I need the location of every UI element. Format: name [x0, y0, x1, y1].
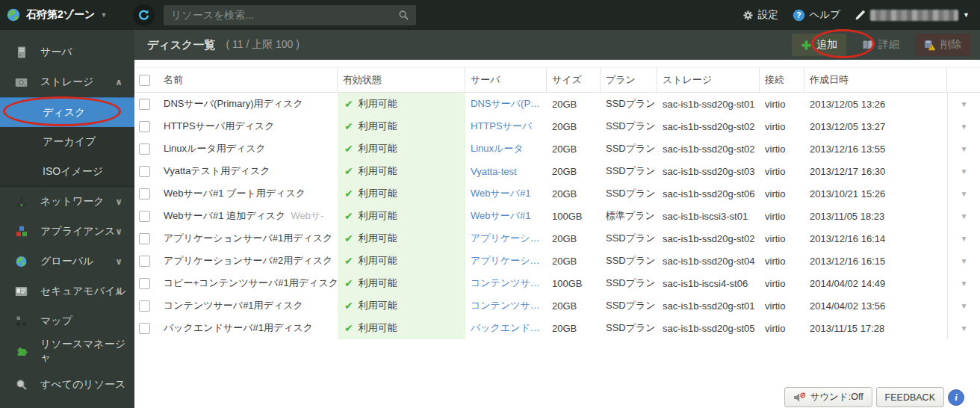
- search-input[interactable]: [164, 9, 398, 21]
- row-checkbox[interactable]: [139, 233, 150, 244]
- check-icon: ✔: [344, 232, 353, 244]
- row-menu-caret-icon[interactable]: ▼: [961, 324, 968, 333]
- row-menu-caret-icon[interactable]: ▼: [961, 123, 968, 131]
- size-cell: 20GB: [547, 93, 601, 115]
- server-link[interactable]: HTTPSサーバ: [471, 120, 532, 133]
- row-menu-caret-icon[interactable]: ▼: [961, 235, 968, 243]
- account-name-redacted: [870, 10, 958, 21]
- settings-button[interactable]: 設定: [742, 8, 778, 22]
- sidebar-item-allresources[interactable]: すべてのリソース: [0, 370, 134, 400]
- col-storage[interactable]: ストレージ: [657, 68, 760, 92]
- server-link[interactable]: アプリケーシ…: [471, 254, 540, 268]
- help-button[interactable]: ? ヘルプ: [793, 8, 840, 22]
- row-checkbox[interactable]: [139, 278, 150, 289]
- col-menu: [947, 68, 980, 92]
- row-checkbox[interactable]: [139, 99, 150, 110]
- table-row[interactable]: バックエンドサーバ#1用ディスク ✔ 利用可能 バックエンド… 20GB SSD…: [134, 317, 980, 339]
- sound-toggle-button[interactable]: サウンド:Off: [784, 387, 872, 407]
- refresh-button[interactable]: [133, 4, 155, 26]
- sidebar-item-server[interactable]: サーバ: [0, 37, 134, 67]
- col-name[interactable]: 名前: [158, 68, 338, 92]
- select-all-checkbox[interactable]: [139, 75, 150, 86]
- col-created[interactable]: 作成日時: [804, 68, 947, 92]
- table-row[interactable]: アプリケーションサーバ#2用ディスク ✔ 利用可能 アプリケーシ… 20GB S…: [134, 250, 980, 272]
- col-plan[interactable]: プラン: [601, 68, 657, 92]
- col-size[interactable]: サイズ: [547, 68, 601, 92]
- row-menu-caret-icon[interactable]: ▼: [961, 257, 968, 265]
- sidebar-item-securemobile[interactable]: セキュアモバイル ∨: [0, 276, 134, 306]
- server-link[interactable]: コンテンツサ…: [471, 299, 540, 312]
- sidebar-item-disk[interactable]: ディスク: [0, 97, 134, 127]
- table-row[interactable]: Vyattaテスト用ディスク ✔ 利用可能 Vyatta-test 20GB S…: [134, 160, 980, 182]
- globe-icon: [15, 256, 28, 268]
- chevron-down-icon: ∨: [115, 256, 122, 267]
- row-menu-caret-icon[interactable]: ▼: [961, 302, 968, 310]
- detail-button[interactable]: 詳細: [853, 34, 908, 56]
- appliance-icon: [15, 226, 28, 238]
- row-checkbox[interactable]: [139, 143, 150, 155]
- server-link[interactable]: Webサーバ#1: [471, 209, 531, 223]
- server-link[interactable]: アプリケーシ…: [471, 232, 540, 245]
- status-cell: ✔ 利用可能: [338, 250, 465, 272]
- check-icon: ✔: [344, 120, 353, 132]
- search-icon[interactable]: [398, 10, 409, 21]
- connection-cell: virtio: [760, 182, 804, 205]
- resourcemanager-icon: [15, 345, 28, 358]
- delete-button[interactable]: 削除: [915, 34, 970, 56]
- storage-cell: sac-is1b-ssd20g-st04: [657, 250, 760, 272]
- sidebar-item-appliance[interactable]: アプライアンス ∨: [0, 217, 134, 247]
- add-button[interactable]: 追加: [792, 34, 846, 56]
- sidebar-item-global[interactable]: グローバル ∨: [0, 247, 134, 276]
- row-checkbox[interactable]: [139, 256, 150, 267]
- row-menu-caret-icon[interactable]: ▼: [961, 212, 968, 220]
- col-status[interactable]: 有効状態: [338, 68, 465, 92]
- sidebar-item-label: マップ: [40, 315, 72, 328]
- speaker-muted-icon: [793, 392, 806, 403]
- row-menu-caret-icon[interactable]: ▼: [961, 190, 968, 198]
- server-link[interactable]: DNSサーバ(P…: [471, 97, 540, 111]
- row-menu-caret-icon[interactable]: ▼: [961, 279, 968, 288]
- account-menu[interactable]: ▼: [855, 10, 970, 21]
- table-row[interactable]: HTTPSサーバ用ディスク ✔ 利用可能 HTTPSサーバ 20GB SSDプラ…: [134, 115, 980, 137]
- sidebar-item-storage[interactable]: ストレージ ∧: [0, 67, 134, 97]
- zone-selector[interactable]: 石狩第2ゾーン ▼: [0, 7, 133, 22]
- row-menu-caret-icon[interactable]: ▼: [961, 167, 968, 176]
- sidebar-item-map[interactable]: マップ: [0, 306, 134, 336]
- plan-cell: SSDプラン: [601, 182, 657, 205]
- disk-name: DNSサーバ(Primary)用ディスク: [164, 97, 303, 111]
- storage-cell: sac-is1b-ssd20g-st01: [657, 294, 760, 317]
- table-row[interactable]: Linuxルータ用ディスク ✔ 利用可能 Linuxルータ 20GB SSDプラ…: [134, 137, 980, 160]
- table-row[interactable]: アプリケーションサーバ#1用ディスク ✔ 利用可能 アプリケーシ… 20GB S…: [134, 227, 980, 250]
- row-checkbox[interactable]: [139, 300, 150, 312]
- table-row[interactable]: Webサーバ#1 追加ディスク Webサ- ✔ 利用可能 Webサーバ#1 10…: [134, 205, 980, 227]
- sidebar-item-resourcemanager[interactable]: リソースマネージャ: [0, 336, 134, 366]
- server-link[interactable]: バックエンド…: [471, 321, 540, 335]
- row-checkbox[interactable]: [139, 188, 150, 200]
- row-menu-caret-icon[interactable]: ▼: [961, 100, 968, 108]
- table-row[interactable]: DNSサーバ(Primary)用ディスク ✔ 利用可能 DNSサーバ(P… 20…: [134, 93, 980, 115]
- row-checkbox[interactable]: [139, 211, 150, 222]
- row-menu-caret-icon[interactable]: ▼: [961, 145, 968, 153]
- server-link[interactable]: Linuxルータ: [471, 142, 524, 155]
- disk-table: 名前 有効状態 サーバ サイズ プラン ストレージ 接続 作成日時 DNSサーバ…: [134, 67, 980, 339]
- row-checkbox[interactable]: [139, 166, 150, 177]
- col-connection[interactable]: 接続: [760, 68, 804, 92]
- feedback-button[interactable]: FEEDBACK: [876, 387, 944, 407]
- table-row[interactable]: コピー+コンテンツサーバ#1用ディスク ✔ 利用可能 コンテンツサ… 100GB…: [134, 272, 980, 294]
- sidebar-item-archive[interactable]: アーカイブ: [0, 127, 134, 157]
- sidebar-item-iso[interactable]: ISOイメージ: [0, 157, 134, 187]
- table-row[interactable]: Webサーバ#1 ブート用ディスク ✔ 利用可能 Webサーバ#1 20GB S…: [134, 182, 980, 205]
- server-link[interactable]: コンテンツサ…: [471, 276, 540, 290]
- sidebar-item-network[interactable]: ネットワーク ∨: [0, 187, 134, 217]
- server-link[interactable]: Vyatta-test: [471, 166, 517, 177]
- col-server[interactable]: サーバ: [465, 68, 547, 92]
- row-checkbox[interactable]: [139, 323, 150, 334]
- disk-name: Webサーバ#1 ブート用ディスク: [164, 187, 306, 200]
- account-caret-icon: ▼: [963, 11, 970, 19]
- table-row[interactable]: コンテンツサーバ#1用ディスク ✔ 利用可能 コンテンツサ… 20GB SSDプ…: [134, 294, 980, 317]
- info-icon[interactable]: i: [948, 389, 964, 406]
- server-link[interactable]: Webサーバ#1: [471, 187, 531, 200]
- sidebar-item-label: アプライアンス: [40, 225, 115, 238]
- row-checkbox[interactable]: [139, 121, 150, 132]
- check-icon: ✔: [344, 322, 353, 334]
